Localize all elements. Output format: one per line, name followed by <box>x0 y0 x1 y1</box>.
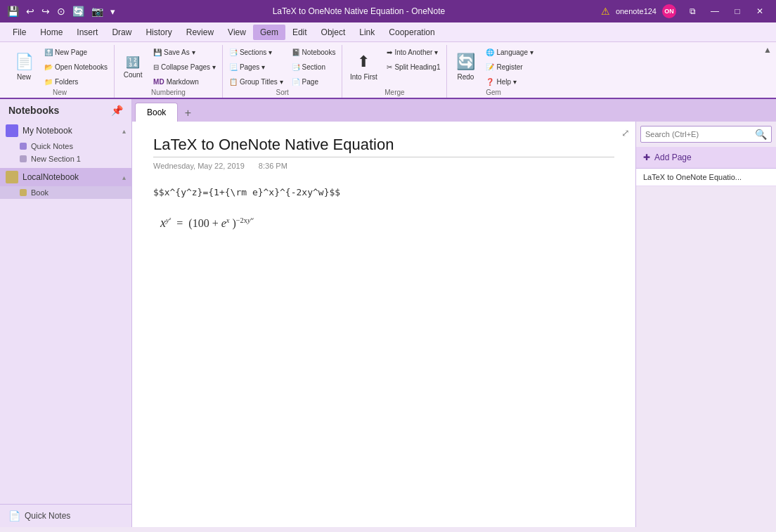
collapse-pages-btn[interactable]: ⊟ Collapse Pages ▾ <box>150 60 219 74</box>
page-item-label: LaTeX to OneNote Equatio... <box>643 173 742 181</box>
menu-file[interactable]: File <box>6 25 33 40</box>
page-body[interactable]: $$x^{y^z}={1+{\rm e}^x}^{-2xy^w}$$ xyz =… <box>153 184 614 235</box>
new-page-on-top-btn[interactable]: 🔝 New Page <box>41 45 111 59</box>
redo-icon2[interactable]: ↪ <box>40 6 51 17</box>
redo-btn[interactable]: 🔄 Redo <box>450 45 481 89</box>
menu-history[interactable]: History <box>138 25 179 40</box>
section-btn[interactable]: 📑 Section <box>288 60 340 74</box>
menu-link[interactable]: Link <box>352 25 382 40</box>
book-section-icon <box>20 189 27 196</box>
window-title: LaTeX to OneNote Native Equation - OneNo… <box>273 6 445 16</box>
eq-paren-close: ) <box>232 217 235 229</box>
sort-small-2: 📓 Notebooks 📑 Section 📄 Page <box>288 45 340 89</box>
title-bar-center: LaTeX to OneNote Native Equation - OneNo… <box>117 6 601 16</box>
restore-btn[interactable]: ⧉ <box>682 4 703 18</box>
into-another-icon: ➡ <box>387 48 392 56</box>
folder-open-icon: 📂 <box>44 63 53 71</box>
local-notebook-icon <box>6 171 18 183</box>
numbering-buttons: 🔢 Count 💾 Save As ▾ ⊟ Collapse Pages ▾ M… <box>117 45 219 89</box>
markdown-btn[interactable]: MD Markdown <box>150 74 219 89</box>
count-btn[interactable]: 🔢 Count <box>117 45 148 89</box>
window-controls: ⧉ — □ ✕ <box>682 4 770 18</box>
numbering-small-buttons: 💾 Save As ▾ ⊟ Collapse Pages ▾ MD Markdo… <box>150 45 219 89</box>
notebook-my[interactable]: My Notebook ▴ <box>0 122 131 140</box>
sidebar: Notebooks 📌 My Notebook ▴ Quick Notes Ne… <box>0 99 132 527</box>
main-layout: Notebooks 📌 My Notebook ▴ Quick Notes Ne… <box>0 99 776 527</box>
sections-btn[interactable]: 📑 Sections ▾ <box>226 45 287 59</box>
menu-view[interactable]: View <box>221 25 253 40</box>
eq-exponent: −2xyw <box>236 216 254 224</box>
new-button[interactable]: 📄 New <box>8 45 39 89</box>
menu-insert[interactable]: Insert <box>70 25 105 40</box>
markdown-icon: MD <box>153 78 164 86</box>
add-page-btn[interactable]: ✚ Add Page <box>636 147 776 169</box>
into-first-btn[interactable]: ⬆ Into First <box>345 45 382 89</box>
section-sort-icon: 📑 <box>292 63 300 71</box>
sidebar-footer[interactable]: 📄 Quick Notes <box>0 504 131 527</box>
page-btn[interactable]: 📄 Page <box>288 74 340 89</box>
new-small-buttons: 🔝 New Page 📂 Open Notebooks 📁 Folders <box>41 45 111 89</box>
close-btn[interactable]: ✕ <box>749 4 770 18</box>
tab-book[interactable]: Book <box>135 103 178 122</box>
right-panel: 🔍 ✚ Add Page LaTeX to OneNote Equatio... <box>635 122 776 527</box>
overflow-icon[interactable]: ▾ <box>109 6 117 17</box>
menu-gem[interactable]: Gem <box>253 25 285 40</box>
menu-cooperation[interactable]: Cooperation <box>382 25 441 40</box>
pin-icon[interactable]: 📌 <box>111 105 123 116</box>
group-titles-btn[interactable]: 📋 Group Titles ▾ <box>226 74 287 89</box>
eq-yz: yz <box>166 216 171 224</box>
page-date-value: Wednesday, May 22, 2019 <box>153 162 245 170</box>
split-heading-btn[interactable]: ✂ Split Heading1 <box>383 60 444 74</box>
back-icon[interactable]: ⊙ <box>56 6 67 17</box>
gem-small-buttons: 🌐 Language ▾ 📝 Register ❓ Help ▾ <box>482 45 536 89</box>
menu-bar: File Home Insert Draw History Review Vie… <box>0 22 776 42</box>
folders-btn[interactable]: 📁 Folders <box>41 74 111 89</box>
tab-book-label: Book <box>147 108 166 117</box>
sync-icon[interactable]: 🔄 <box>71 6 86 17</box>
section-quick-notes[interactable]: Quick Notes <box>0 140 131 153</box>
merge-small-buttons: ➡ Into Another ▾ ✂ Split Heading1 <box>383 45 444 89</box>
footer-label: Quick Notes <box>25 511 70 521</box>
save-icon[interactable]: 💾 <box>6 6 20 17</box>
section-new-section1[interactable]: New Section 1 <box>0 153 131 165</box>
page-sort-icon: 📄 <box>292 78 300 86</box>
section-book[interactable]: Book <box>0 186 131 199</box>
redo-icon: 🔄 <box>456 53 475 71</box>
language-btn[interactable]: 🌐 Language ▾ <box>482 45 536 59</box>
ribbon-collapse-btn[interactable]: ▲ <box>763 45 772 55</box>
page-on-top-icon: 🔝 <box>44 48 53 56</box>
search-btn[interactable]: 🔍 <box>755 129 767 140</box>
menu-home[interactable]: Home <box>33 25 70 40</box>
eq-z: z <box>169 216 172 221</box>
add-tab-btn[interactable]: + <box>178 105 198 122</box>
maximize-btn[interactable]: □ <box>727 4 748 18</box>
screenshot-icon[interactable]: 📷 <box>90 6 105 17</box>
menu-draw[interactable]: Draw <box>105 25 138 40</box>
page-list-item-0[interactable]: LaTeX to OneNote Equatio... <box>636 169 776 186</box>
group-new-buttons: 📄 New 🔝 New Page 📂 Open Notebooks 📁 Fold… <box>8 45 111 89</box>
count-icon: 🔢 <box>126 56 140 69</box>
undo-icon[interactable]: ↩ <box>25 6 36 17</box>
help-btn[interactable]: ❓ Help ▾ <box>482 74 536 89</box>
page-title[interactable]: LaTeX to OneNote Native Equation <box>153 136 614 157</box>
pages-btn[interactable]: 📃 Pages ▾ <box>226 60 287 74</box>
menu-review[interactable]: Review <box>179 25 221 40</box>
save-as-btn[interactable]: 💾 Save As ▾ <box>150 45 219 59</box>
group-gem: 🔄 Redo 🌐 Language ▾ 📝 Register ❓ Help ▾ … <box>447 45 539 98</box>
notebook-local[interactable]: LocalNotebook ▴ <box>0 168 131 186</box>
title-bar-left: 💾 ↩ ↪ ⊙ 🔄 📷 ▾ <box>6 6 117 17</box>
open-notebooks-btn[interactable]: 📂 Open Notebooks <box>41 60 111 74</box>
group-numbering: 🔢 Count 💾 Save As ▾ ⊟ Collapse Pages ▾ M… <box>115 45 223 98</box>
menu-object[interactable]: Object <box>314 25 353 40</box>
split-icon: ✂ <box>387 63 392 71</box>
minimize-btn[interactable]: — <box>704 4 725 18</box>
new-section1-label: New Section 1 <box>31 155 81 163</box>
register-btn[interactable]: 📝 Register <box>482 60 536 74</box>
expand-btn[interactable]: ⤢ <box>621 127 630 138</box>
menu-edit[interactable]: Edit <box>285 25 314 40</box>
notebooks-btn[interactable]: 📓 Notebooks <box>288 45 340 59</box>
my-notebook-icon <box>6 124 18 137</box>
search-input[interactable] <box>645 130 755 138</box>
into-another-btn[interactable]: ➡ Into Another ▾ <box>383 45 444 59</box>
quick-notes-label: Quick Notes <box>31 142 73 150</box>
